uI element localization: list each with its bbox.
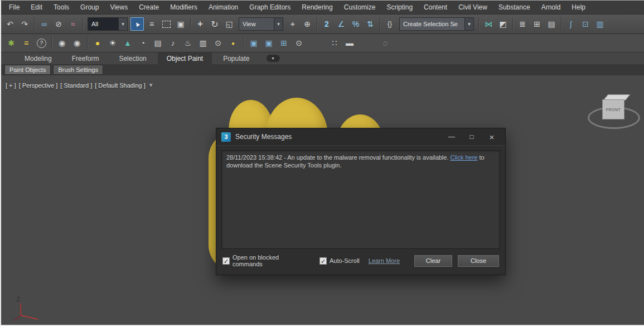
- snaps-toggle-icon[interactable]: 2: [320, 17, 333, 31]
- menu-rendering[interactable]: Rendering: [296, 2, 338, 13]
- align-icon[interactable]: ◩: [496, 17, 510, 31]
- select-by-name-icon[interactable]: ≡: [145, 17, 158, 31]
- render-setup-icon[interactable]: ▥: [593, 17, 607, 31]
- menu-edit[interactable]: Edit: [25, 2, 48, 13]
- spinner-snap-icon[interactable]: ⇅: [364, 17, 377, 31]
- tab-freeform[interactable]: Freeform: [63, 52, 108, 64]
- grid-dots-icon[interactable]: ∷: [328, 36, 341, 50]
- window-crossing-icon[interactable]: ▣: [174, 17, 187, 31]
- select-and-manipulate-icon[interactable]: ⊕: [301, 17, 314, 31]
- subtab-brush-settings[interactable]: Brush Settings: [53, 65, 103, 75]
- subtab-paint-objects[interactable]: Paint Objects: [4, 65, 51, 75]
- select-and-link-icon[interactable]: ∞: [37, 17, 51, 31]
- monitor-icon[interactable]: ▣: [247, 36, 260, 50]
- ruler-icon[interactable]: ▬: [343, 36, 356, 50]
- menu-arnold[interactable]: Arnold: [536, 2, 566, 13]
- camera-sequencer-icon[interactable]: ◉: [55, 36, 69, 50]
- dotted-circle-icon[interactable]: ◌: [379, 36, 392, 50]
- viewcube[interactable]: FRONT: [587, 91, 640, 135]
- close-button[interactable]: Close: [458, 255, 499, 267]
- viewcube-front-face[interactable]: FRONT: [602, 99, 624, 119]
- named-selection-sets-dropdown[interactable]: Create Selection Se ▾: [399, 17, 474, 31]
- menu-tools[interactable]: Tools: [48, 2, 75, 13]
- monitor-2-icon[interactable]: ▣: [262, 36, 275, 50]
- viewport[interactable]: [ + ] [ Perspective ] [ Standard ] [ Def…: [1, 75, 644, 326]
- ribbon-minimize-dropdown[interactable]: ▾: [267, 55, 280, 62]
- viewport-menu-pov[interactable]: [ Perspective ]: [19, 82, 58, 89]
- sheet-icon[interactable]: ▤: [151, 36, 164, 50]
- select-object-icon[interactable]: ▲: [130, 17, 144, 31]
- clear-button[interactable]: Clear: [414, 255, 452, 267]
- chevron-down-icon[interactable]: ▾: [118, 18, 127, 30]
- click-here-link[interactable]: Click here: [451, 154, 478, 161]
- page-icon[interactable]: ▥: [196, 36, 210, 50]
- menu-modifiers[interactable]: Modifiers: [164, 2, 203, 13]
- tree-icon[interactable]: ▲: [121, 36, 134, 50]
- percent-snap-icon[interactable]: %: [349, 17, 362, 31]
- selection-filter-dropdown[interactable]: All ▾: [88, 17, 128, 31]
- redo-icon[interactable]: ↷: [18, 17, 31, 31]
- curve-editor-icon[interactable]: ∫: [564, 17, 578, 31]
- select-and-move-icon[interactable]: +: [193, 17, 207, 31]
- menu-customize[interactable]: Customize: [338, 2, 381, 13]
- viewport-menu-shading[interactable]: [ Default Shading ]: [95, 82, 146, 89]
- sun-icon[interactable]: ☀: [106, 36, 119, 50]
- menu-create[interactable]: Create: [133, 2, 164, 13]
- time-icon[interactable]: ◔: [136, 36, 149, 50]
- help-icon[interactable]: ?: [35, 36, 48, 50]
- menu-help[interactable]: Help: [566, 2, 591, 13]
- schematic-view-icon[interactable]: ⊡: [579, 17, 592, 31]
- teapot-icon[interactable]: ♨: [181, 36, 195, 50]
- maximize-icon[interactable]: □: [462, 130, 482, 143]
- menu-graph-editors[interactable]: Graph Editors: [244, 2, 296, 13]
- eye-2-icon[interactable]: ⊙: [292, 36, 306, 50]
- menu-group[interactable]: Group: [75, 2, 104, 13]
- edit-named-selection-sets-icon[interactable]: {}: [383, 17, 396, 31]
- security-message-list[interactable]: 28/11/2023 15:38:42 - An update to the m…: [221, 150, 500, 249]
- rectangular-selection-region-icon[interactable]: [159, 17, 173, 31]
- menu-views[interactable]: Views: [104, 2, 133, 13]
- tab-modeling[interactable]: Modeling: [16, 52, 61, 64]
- open-on-blocked-commands-checkbox[interactable]: ✓: [222, 257, 230, 265]
- dialog-title-bar[interactable]: 3 Security Messages — □ ×: [216, 128, 505, 146]
- learn-more-link[interactable]: Learn More: [369, 257, 400, 264]
- bell-icon[interactable]: ♪: [166, 36, 180, 50]
- undo-icon[interactable]: ↶: [3, 17, 17, 31]
- eye-icon[interactable]: ⊙: [211, 36, 225, 50]
- layer-explorer-icon[interactable]: ≣: [516, 17, 529, 31]
- auto-scroll-checkbox[interactable]: ✓: [319, 257, 327, 265]
- mirror-icon[interactable]: ⋈: [482, 17, 495, 31]
- toggle-ribbon-icon[interactable]: ▤: [545, 17, 558, 31]
- close-icon[interactable]: ×: [482, 130, 502, 143]
- chevron-down-icon[interactable]: ▾: [274, 18, 283, 30]
- chevron-down-icon[interactable]: ▾: [464, 18, 473, 30]
- use-pivot-point-center-icon[interactable]: ⌖: [286, 17, 299, 31]
- select-and-rotate-icon[interactable]: ↻: [208, 17, 221, 31]
- toolbar-separator: [190, 17, 191, 31]
- add-window-icon[interactable]: ⊞: [277, 36, 290, 50]
- menu-scripting[interactable]: Scripting: [381, 2, 418, 13]
- layer-list-icon[interactable]: ≡: [20, 36, 33, 50]
- select-and-scale-icon[interactable]: ◱: [222, 17, 236, 31]
- viewport-menu-renderer[interactable]: [ Standard ]: [60, 82, 92, 89]
- flower-icon[interactable]: ✱: [4, 36, 18, 50]
- minimize-icon[interactable]: —: [442, 130, 462, 143]
- reference-coordinate-dropdown[interactable]: View ▾: [239, 17, 283, 31]
- menu-animation[interactable]: Animation: [203, 2, 244, 13]
- unlink-selection-icon[interactable]: ⊘: [52, 17, 65, 31]
- scene-explorer-icon[interactable]: ⊞: [530, 17, 544, 31]
- menu-civil-view[interactable]: Civil View: [453, 2, 493, 13]
- light-icon[interactable]: ●: [91, 36, 104, 50]
- menu-content[interactable]: Content: [418, 2, 453, 13]
- tab-object-paint[interactable]: Object Paint: [158, 52, 212, 64]
- menu-file[interactable]: File: [3, 2, 25, 13]
- tab-populate[interactable]: Populate: [214, 52, 258, 64]
- tab-selection[interactable]: Selection: [110, 52, 155, 64]
- angle-snap-icon[interactable]: ∠: [335, 17, 348, 31]
- bind-to-space-warp-icon[interactable]: ≈: [66, 17, 80, 31]
- menu-substance[interactable]: Substance: [493, 2, 536, 13]
- camera-icon[interactable]: ◉: [70, 36, 84, 50]
- bulb-icon[interactable]: ●: [226, 36, 240, 50]
- viewport-menu-general[interactable]: [ + ]: [6, 82, 16, 89]
- filter-funnel-icon[interactable]: ▼: [148, 82, 154, 89]
